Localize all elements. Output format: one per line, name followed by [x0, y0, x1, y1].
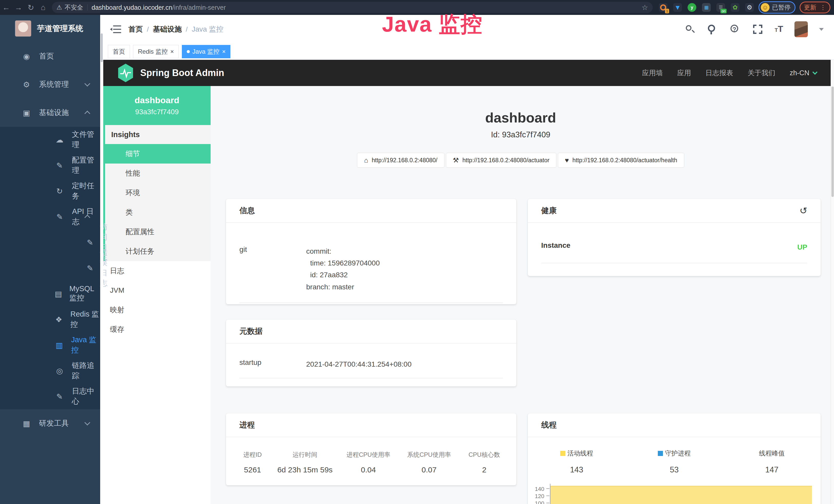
github-icon[interactable]: [707, 24, 718, 35]
browser-menu-icon[interactable]: ⋮: [820, 4, 826, 11]
scrollbar-thumb[interactable]: [831, 87, 834, 197]
extension-icon[interactable]: ☰ on: [716, 3, 725, 12]
sidebar-item-access-log[interactable]: ✎ 访问日志: [0, 230, 100, 255]
sba-item-details[interactable]: 细节: [105, 144, 211, 164]
sba-nav-about[interactable]: 关于我们: [747, 68, 775, 77]
user-avatar[interactable]: [794, 21, 808, 37]
extension-icon[interactable]: 1: [659, 3, 667, 12]
dashboard-icon: ◉: [21, 52, 32, 61]
sidebar-item-file-manage[interactable]: ☁ 文件管理: [0, 127, 100, 153]
sba-item-scheduled-tasks[interactable]: 计划任务: [105, 242, 211, 261]
timer-icon: ↻: [54, 187, 65, 196]
actuator-url-button[interactable]: ⚒ http://192.168.0.2:48080/actuator: [446, 153, 556, 168]
security-label: 不安全: [65, 3, 83, 12]
home-icon[interactable]: ⌂: [37, 3, 49, 12]
service-url-button[interactable]: ⌂ http://192.168.0.2:48080/: [357, 153, 444, 168]
sidebar-item-redis-monitor[interactable]: ❖ Redis 监控: [0, 306, 100, 332]
sba-item-jvm[interactable]: JVM: [103, 281, 211, 300]
instance-header: dashboard 93a3fc7f7409: [103, 86, 211, 125]
sba-locale-select[interactable]: zh-CN: [790, 69, 816, 77]
insights-group-label: Insights: [105, 125, 211, 144]
content-scrollbar[interactable]: [100, 15, 103, 504]
sba-item-caches[interactable]: 缓存: [103, 320, 211, 339]
extension-icon[interactable]: ✿: [731, 3, 740, 12]
history-icon[interactable]: ↺: [799, 205, 807, 216]
extension-icon[interactable]: ▼: [673, 3, 682, 12]
sidebar-item-dev-tools[interactable]: ▦ 研发工具: [0, 409, 100, 437]
extension-icon[interactable]: y: [687, 3, 696, 12]
health-url-button[interactable]: ♥ http://192.168.0.2:48080/actuator/heal…: [558, 153, 684, 168]
search-icon[interactable]: [684, 24, 696, 35]
close-icon[interactable]: ×: [222, 48, 225, 55]
y-tick-100: 100: [528, 500, 544, 504]
sidebar-item-tracing[interactable]: ◎ 链路追踪: [0, 358, 100, 384]
sidebar-item-log-center[interactable]: ✎ 日志中心: [0, 384, 100, 409]
sidebar-item-error-log[interactable]: ✎ 错误日志: [0, 255, 100, 281]
breadcrumb-home[interactable]: 首页: [128, 24, 143, 34]
sba-item-config-props[interactable]: 配置属性: [105, 222, 211, 242]
sba-nav-wallboard[interactable]: 应用墙: [642, 68, 663, 77]
sidebar-item-scheduled-jobs[interactable]: ↻ 定时任务: [0, 178, 100, 204]
val-uptime: 6d 23h 15m 59s: [272, 465, 338, 474]
log-icon: ✎: [54, 212, 66, 221]
insights-group: Insights 细节 性能 环境 类 配置属性 计划任务: [103, 125, 211, 261]
spring-boot-admin-logo[interactable]: [117, 63, 134, 83]
y-tickmark: [546, 488, 549, 489]
app-logo-row[interactable]: 芋道管理系统: [0, 15, 100, 42]
edit-icon: ✎: [54, 161, 65, 170]
sidebar-item-system[interactable]: ⚙ 系统管理: [0, 70, 100, 98]
sidebar-item-api-log[interactable]: ✎ API 日志: [0, 204, 100, 230]
bookmark-star-icon[interactable]: ☆: [642, 3, 648, 12]
sba-nav-applications[interactable]: 应用: [677, 68, 691, 77]
sba-item-mappings[interactable]: 映射: [103, 300, 211, 320]
process-table-header: 进程ID 运行时间 进程CPU使用率 系统CPU使用率 CPU核心数: [233, 451, 509, 465]
font-size-icon[interactable]: TT: [775, 23, 783, 36]
tag-redis-monitor[interactable]: Redis 监控 ×: [133, 45, 179, 58]
sba-item-environment[interactable]: 环境: [105, 183, 211, 203]
browser-update-button[interactable]: 更新 ⋮: [799, 2, 830, 13]
col-uptime: 运行时间: [272, 451, 338, 465]
col-pid: 进程ID: [233, 451, 272, 465]
annotation-text: Java 监控: [382, 10, 483, 39]
forward-icon[interactable]: →: [12, 3, 25, 12]
sidebar-item-home[interactable]: ◉ 首页: [0, 42, 100, 70]
back-icon[interactable]: ←: [0, 3, 12, 12]
process-card-header: 进程: [226, 413, 516, 437]
active-dot: [187, 50, 190, 53]
address-bar[interactable]: ⚠ 不安全 dashboard.yudao.iocoder.cn /infra/…: [52, 2, 653, 13]
tag-java-monitor[interactable]: Java 监控 ×: [182, 45, 231, 58]
health-card-header: 健康 ↺: [528, 199, 821, 223]
user-menu-caret-icon[interactable]: [819, 28, 824, 31]
sidebar-item-label: Redis 监控: [70, 309, 100, 330]
log-icon: ✎: [87, 238, 93, 247]
tag-home[interactable]: 首页: [108, 45, 130, 58]
browser-profile-chip[interactable]: ☺ 已暂停: [759, 1, 795, 14]
sba-item-metrics[interactable]: 性能: [105, 164, 211, 183]
sidebar-item-infra[interactable]: ▣ 基础设施: [0, 98, 100, 127]
sba-nav-journal[interactable]: 日志报表: [705, 68, 733, 77]
sidebar-item-config-manage[interactable]: ✎ 配置管理: [0, 153, 100, 178]
sidebar-toggle-icon[interactable]: [111, 25, 121, 33]
scrollbar-thumb[interactable]: [101, 33, 103, 62]
extension-icon[interactable]: ▦: [702, 3, 711, 12]
col-process-cpu: 进程CPU使用率: [338, 451, 399, 465]
sba-instance-sidebar: dashboard 93a3fc7f7409 Insights 细节 性能 环境…: [103, 86, 211, 504]
health-row-instance: Instance UP: [541, 241, 807, 263]
sidebar-item-mysql-monitor[interactable]: ▤ MySQL 监控: [0, 281, 100, 306]
breadcrumb-infra[interactable]: 基础设施: [153, 24, 182, 34]
help-icon[interactable]: ?: [729, 24, 741, 35]
fullscreen-icon[interactable]: [752, 24, 763, 35]
sba-brand-title[interactable]: Spring Boot Admin: [140, 68, 224, 78]
health-card: 健康 ↺ Instance UP: [528, 199, 821, 276]
close-icon[interactable]: ×: [170, 48, 174, 55]
area-series-fill: [550, 486, 812, 504]
iframe-scrollbar[interactable]: [831, 60, 834, 504]
sba-item-logs[interactable]: 日志: [103, 261, 211, 281]
url-host: dashboard.yudao.iocoder.cn: [92, 4, 172, 11]
sba-item-classes[interactable]: 类: [105, 203, 211, 222]
sidebar-item-java-monitor[interactable]: ▥ Java 监控: [0, 332, 100, 358]
sidebar-item-label: 研发工具: [39, 418, 69, 429]
extensions-puzzle-icon[interactable]: ⚙: [745, 3, 754, 12]
reload-icon[interactable]: ↻: [25, 3, 37, 12]
val-process-cpu: 0.04: [338, 465, 399, 474]
